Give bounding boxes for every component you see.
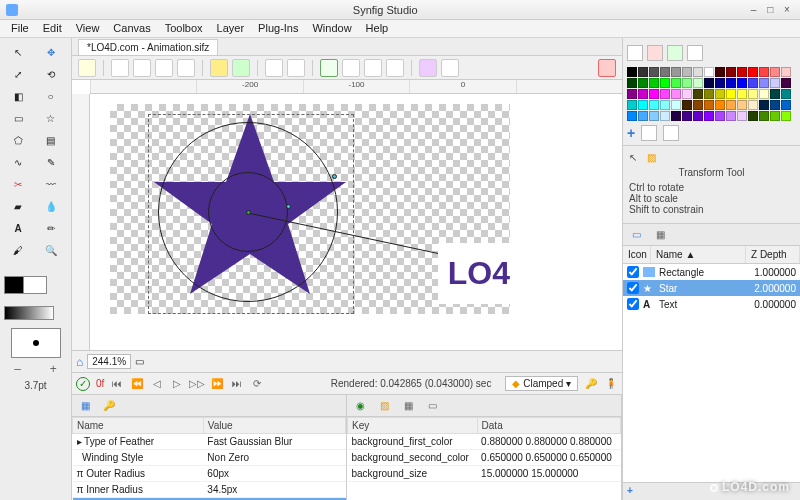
color-swatch[interactable] <box>693 111 703 121</box>
interp-mode[interactable]: ◆ Clamped ▾ <box>505 376 578 391</box>
fit-icon[interactable]: ▭ <box>135 356 144 367</box>
brush-tool[interactable]: 🖌 <box>4 240 32 260</box>
draw-tool[interactable]: ✎ <box>37 152 65 172</box>
color-swatch[interactable] <box>781 67 791 77</box>
spline-tool[interactable]: ∿ <box>4 152 32 172</box>
brush-minus[interactable]: – <box>14 362 21 376</box>
animate-mode-button[interactable]: 🧍 <box>604 377 618 391</box>
color-swatch[interactable] <box>671 100 681 110</box>
undo-button[interactable] <box>210 59 228 77</box>
add-layer-button[interactable]: + <box>627 485 641 499</box>
swatch-save[interactable] <box>663 125 679 141</box>
palette-opt-2[interactable] <box>647 45 663 61</box>
col-z[interactable]: Z Depth <box>746 246 800 263</box>
color-swatch[interactable] <box>627 100 637 110</box>
color-swatch[interactable] <box>715 67 725 77</box>
mirror-tool[interactable]: ◧ <box>4 86 32 106</box>
color-swatch[interactable] <box>726 100 736 110</box>
menu-canvas[interactable]: Canvas <box>106 20 157 37</box>
scale-tool[interactable]: ⤢ <box>4 64 32 84</box>
color-swatch[interactable] <box>770 67 780 77</box>
sketch-tool[interactable]: ✏ <box>37 218 65 238</box>
color-swatch[interactable] <box>627 89 637 99</box>
menu-toolbox[interactable]: Toolbox <box>158 20 210 37</box>
pointer-tool[interactable]: ↖ <box>4 42 32 62</box>
bell-icon[interactable] <box>78 59 96 77</box>
last-frame-button[interactable]: ⏭ <box>230 377 244 391</box>
param-row[interactable]: π Outer Radius60px <box>73 466 346 482</box>
color-swatches[interactable] <box>0 264 71 302</box>
text-layer[interactable]: LO4 <box>438 243 520 304</box>
prev-key-button[interactable]: ⏪ <box>130 377 144 391</box>
rotate-tool[interactable]: ⟲ <box>37 64 65 84</box>
record-button[interactable] <box>598 59 616 77</box>
col-value[interactable]: Value <box>203 418 345 434</box>
layer-row[interactable]: A Text 0.000000 <box>623 296 800 312</box>
color-swatch[interactable] <box>693 78 703 88</box>
save-as-button[interactable] <box>133 59 151 77</box>
guides-button[interactable] <box>386 59 404 77</box>
layer-visible[interactable] <box>627 298 639 310</box>
color-swatch[interactable] <box>748 111 758 121</box>
color-swatch[interactable] <box>726 111 736 121</box>
gradient-swatch[interactable] <box>4 306 54 320</box>
layer-row[interactable]: ★ Star 2.000000 <box>623 280 800 296</box>
param-row[interactable]: π Inner Radius34.5px <box>73 482 346 498</box>
key-tab-icon[interactable]: 🔑 <box>100 398 118 414</box>
color-swatch[interactable] <box>693 100 703 110</box>
cut-tool[interactable]: ✂ <box>4 174 32 194</box>
minimize-button[interactable]: – <box>746 4 760 15</box>
color-swatch[interactable] <box>759 111 769 121</box>
text-tool[interactable]: A <box>4 218 32 238</box>
color-swatch[interactable] <box>726 67 736 77</box>
color-swatch[interactable] <box>770 100 780 110</box>
tab-b-icon[interactable]: ▨ <box>375 398 393 414</box>
param-row[interactable]: ▸ Type of FeatherFast Gaussian Blur <box>73 434 346 450</box>
color-swatch[interactable] <box>671 111 681 121</box>
color-swatch[interactable] <box>649 89 659 99</box>
layers-tab-b[interactable]: ▦ <box>651 227 669 243</box>
color-swatch[interactable] <box>627 78 637 88</box>
key-row[interactable]: background_second_color0.650000 0.650000… <box>348 450 621 466</box>
key-row[interactable]: background_first_color0.880000 0.880000 … <box>348 434 621 450</box>
color-swatch[interactable] <box>704 67 714 77</box>
tab-c-icon[interactable]: ▦ <box>399 398 417 414</box>
color-swatch[interactable] <box>682 78 692 88</box>
color-swatch[interactable] <box>660 111 670 121</box>
color-swatch[interactable] <box>781 111 791 121</box>
palette-opt-1[interactable] <box>627 45 643 61</box>
swatch-grid[interactable] <box>627 67 796 121</box>
layer-row[interactable]: Rectangle 1.000000 <box>623 264 800 280</box>
add-swatch[interactable]: + <box>627 125 635 141</box>
grid-button[interactable] <box>364 59 382 77</box>
color-swatch[interactable] <box>671 78 681 88</box>
color-swatch[interactable] <box>715 111 725 121</box>
color-swatch[interactable] <box>649 100 659 110</box>
color-swatch[interactable] <box>715 89 725 99</box>
color-swatch[interactable] <box>704 111 714 121</box>
canvas[interactable]: LO4 <box>110 104 510 314</box>
color-swatch[interactable] <box>737 100 747 110</box>
menu-file[interactable]: File <box>4 20 36 37</box>
color-swatch[interactable] <box>649 78 659 88</box>
play-button[interactable]: ▷ <box>170 377 184 391</box>
gamma-button[interactable] <box>419 59 437 77</box>
render-button[interactable] <box>265 59 283 77</box>
menu-window[interactable]: Window <box>305 20 358 37</box>
dup-button[interactable] <box>177 59 195 77</box>
menu-plugins[interactable]: Plug-Ins <box>251 20 305 37</box>
color-swatch[interactable] <box>770 78 780 88</box>
gradient-tool[interactable]: ▤ <box>37 130 65 150</box>
width-tool[interactable]: 〰 <box>37 174 65 194</box>
color-swatch[interactable] <box>748 100 758 110</box>
color-swatch[interactable] <box>748 67 758 77</box>
param-row[interactable]: Winding StyleNon Zero <box>73 450 346 466</box>
keyframe-button[interactable]: 🔑 <box>584 377 598 391</box>
color-swatch[interactable] <box>671 67 681 77</box>
color-swatch[interactable] <box>759 89 769 99</box>
color-swatch[interactable] <box>638 100 648 110</box>
col-key[interactable]: Key <box>348 418 478 434</box>
layer-visible[interactable] <box>627 266 639 278</box>
color-swatch[interactable] <box>682 100 692 110</box>
color-swatch[interactable] <box>737 78 747 88</box>
